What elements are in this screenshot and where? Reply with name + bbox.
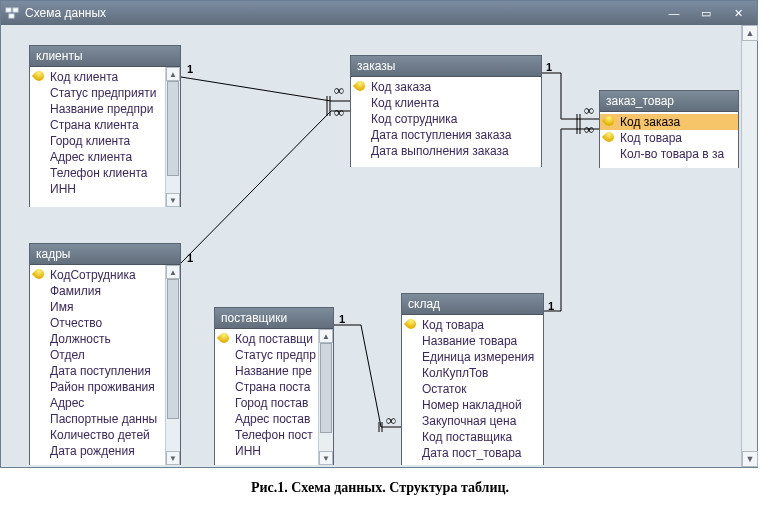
- table-field[interactable]: Код сотрудника: [351, 111, 541, 127]
- table-title[interactable]: поставщики: [215, 308, 333, 329]
- table-field[interactable]: Дата поступления: [30, 363, 180, 379]
- table-field[interactable]: Код клиента: [30, 69, 180, 85]
- rel-many: ∞: [386, 413, 396, 429]
- table-field[interactable]: Адрес: [30, 395, 180, 411]
- table-field[interactable]: Название предпри: [30, 101, 180, 117]
- table-suppliers[interactable]: поставщики Код поставщи Статус предпр На…: [214, 307, 334, 465]
- field-list: Код клиента Статус предприяти Название п…: [30, 67, 180, 199]
- table-field[interactable]: Страна поста: [215, 379, 333, 395]
- table-title[interactable]: кадры: [30, 244, 180, 265]
- table-field[interactable]: ИНН: [215, 443, 333, 459]
- scroll-down-icon[interactable]: ▼: [166, 193, 180, 207]
- table-field[interactable]: Закупочная цена: [402, 413, 543, 429]
- table-field[interactable]: КодСотрудника: [30, 267, 180, 283]
- table-orders[interactable]: заказы Код заказа Код клиента Код сотруд…: [350, 55, 542, 167]
- table-field[interactable]: Код заказа: [600, 114, 738, 130]
- rel-many: ∞: [334, 105, 344, 121]
- titlebar[interactable]: Схема данных — ▭ ✕: [1, 1, 757, 25]
- table-field[interactable]: Должность: [30, 331, 180, 347]
- table-field[interactable]: Код клиента: [351, 95, 541, 111]
- table-field[interactable]: Код поставщика: [402, 429, 543, 445]
- rel-one: 1: [548, 300, 554, 312]
- figure-caption: Рис.1. Схема данных. Структура таблиц.: [0, 480, 760, 496]
- table-field[interactable]: Район проживания: [30, 379, 180, 395]
- table-field[interactable]: Адрес клиента: [30, 149, 180, 165]
- scroll-up-icon[interactable]: ▲: [319, 329, 333, 343]
- table-field[interactable]: Город клиента: [30, 133, 180, 149]
- table-field[interactable]: Фамилия: [30, 283, 180, 299]
- field-list: Код заказа Код товара Кол-во товара в за: [600, 112, 738, 164]
- scrollbar[interactable]: ▲ ▼: [165, 67, 180, 207]
- field-list: Код поставщи Статус предпр Название пре …: [215, 329, 333, 461]
- table-field[interactable]: Код товара: [402, 317, 543, 333]
- scroll-up-icon[interactable]: ▲: [166, 265, 180, 279]
- table-field[interactable]: Паспортные данны: [30, 411, 180, 427]
- table-field[interactable]: Название товара: [402, 333, 543, 349]
- rel-many: ∞: [334, 83, 344, 99]
- table-field[interactable]: Имя: [30, 299, 180, 315]
- field-list: КодСотрудника Фамилия Имя Отчество Должн…: [30, 265, 180, 461]
- table-title[interactable]: заказы: [351, 56, 541, 77]
- svg-rect-1: [13, 8, 18, 12]
- table-stock[interactable]: склад Код товара Название товара Единица…: [401, 293, 544, 465]
- rel-many: ∞: [584, 122, 594, 138]
- canvas-scrollbar[interactable]: ▲ ▼: [741, 25, 757, 467]
- table-field[interactable]: Номер накладной: [402, 397, 543, 413]
- minimize-button[interactable]: —: [659, 5, 689, 21]
- window-frame: Схема данных — ▭ ✕ 1: [0, 0, 758, 468]
- scroll-up-icon[interactable]: ▲: [166, 67, 180, 81]
- table-field[interactable]: Телефон клиента: [30, 165, 180, 181]
- table-field[interactable]: Дата выполнения заказа: [351, 143, 541, 159]
- table-field[interactable]: Остаток: [402, 381, 543, 397]
- scroll-down-icon[interactable]: ▼: [166, 451, 180, 465]
- table-field[interactable]: Код товара: [600, 130, 738, 146]
- table-field[interactable]: Город постав: [215, 395, 333, 411]
- table-field[interactable]: Отдел: [30, 347, 180, 363]
- scrollbar[interactable]: ▲ ▼: [318, 329, 333, 465]
- table-staff[interactable]: кадры КодСотрудника Фамилия Имя Отчество…: [29, 243, 181, 465]
- app-icon: [5, 6, 19, 20]
- window-title: Схема данных: [25, 6, 657, 20]
- maximize-button[interactable]: ▭: [691, 5, 721, 21]
- table-field[interactable]: ИНН: [30, 181, 180, 197]
- table-field[interactable]: Кол-во товара в за: [600, 146, 738, 162]
- field-list: Код заказа Код клиента Код сотрудника Да…: [351, 77, 541, 161]
- table-field[interactable]: Телефон пост: [215, 427, 333, 443]
- table-order-item[interactable]: заказ_товар Код заказа Код товара Кол-во…: [599, 90, 739, 168]
- svg-rect-0: [6, 8, 11, 12]
- scroll-thumb[interactable]: [167, 81, 179, 176]
- table-field[interactable]: Статус предпр: [215, 347, 333, 363]
- table-title[interactable]: заказ_товар: [600, 91, 738, 112]
- table-field[interactable]: Код заказа: [351, 79, 541, 95]
- table-field[interactable]: Страна клиента: [30, 117, 180, 133]
- scroll-thumb[interactable]: [167, 279, 179, 419]
- rel-one: 1: [187, 252, 193, 264]
- scroll-up-icon[interactable]: ▲: [742, 25, 758, 41]
- table-field[interactable]: Статус предприяти: [30, 85, 180, 101]
- table-field[interactable]: Дата рождения: [30, 443, 180, 459]
- field-list: Код товара Название товара Единица измер…: [402, 315, 543, 463]
- rel-one: 1: [339, 313, 345, 325]
- table-clients[interactable]: клиенты Код клиента Статус предприяти На…: [29, 45, 181, 207]
- table-field[interactable]: КолКуплТов: [402, 365, 543, 381]
- svg-rect-2: [9, 14, 14, 18]
- table-field[interactable]: Количество детей: [30, 427, 180, 443]
- table-title[interactable]: склад: [402, 294, 543, 315]
- table-field[interactable]: Адрес постав: [215, 411, 333, 427]
- scrollbar[interactable]: ▲ ▼: [165, 265, 180, 465]
- table-field[interactable]: Название пре: [215, 363, 333, 379]
- scroll-down-icon[interactable]: ▼: [742, 451, 758, 467]
- rel-one: 1: [546, 61, 552, 73]
- table-field[interactable]: Дата поступления заказа: [351, 127, 541, 143]
- scroll-down-icon[interactable]: ▼: [319, 451, 333, 465]
- rel-many: ∞: [584, 103, 594, 119]
- rel-one: 1: [187, 63, 193, 75]
- relationship-canvas[interactable]: 1 ∞ 1 ∞ 1 ∞ 1 ∞ 1 ∞ клиенты Код клиента …: [1, 25, 741, 467]
- table-field[interactable]: Дата пост_товара: [402, 445, 543, 461]
- close-button[interactable]: ✕: [723, 5, 753, 21]
- table-field[interactable]: Единица измерения: [402, 349, 543, 365]
- table-field[interactable]: Отчество: [30, 315, 180, 331]
- table-title[interactable]: клиенты: [30, 46, 180, 67]
- scroll-thumb[interactable]: [320, 343, 332, 433]
- table-field[interactable]: Код поставщи: [215, 331, 333, 347]
